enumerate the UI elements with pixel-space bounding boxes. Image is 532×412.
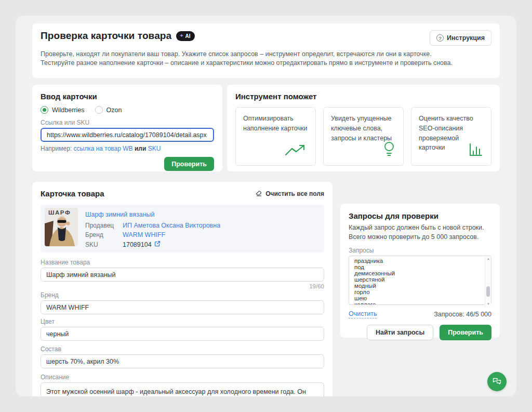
bar-chart-icon xyxy=(468,142,483,160)
eraser-icon xyxy=(255,189,262,198)
trend-up-icon xyxy=(284,143,307,160)
ai-badge-label: AI xyxy=(185,33,191,39)
header-description-1: Проверьте, находят ли покупатели ваш тов… xyxy=(41,50,491,59)
description-textarea[interactable]: Этот мужской осенний шарф - идеальный ак… xyxy=(41,382,324,396)
scrollbar-down-arrow[interactable]: ▼ xyxy=(485,302,491,306)
color-field-input[interactable] xyxy=(41,327,324,341)
benefit-optimize-text: Оптимизировать наполнение карточки xyxy=(243,115,307,132)
ai-badge: ✦ AI xyxy=(176,31,194,41)
clear-queries-link[interactable]: Очистить xyxy=(349,310,377,318)
clear-all-label: Очистить все поля xyxy=(265,190,324,197)
product-info-block: ШАРФ Шарф зимний вязаный xyxy=(41,205,324,252)
chat-icon xyxy=(493,377,501,387)
queries-label: Запросы xyxy=(349,247,491,254)
scrollbar-up-arrow[interactable]: ▲ xyxy=(485,257,491,261)
brand-field-input[interactable] xyxy=(41,300,324,314)
description-field-label: Описание xyxy=(41,374,324,381)
header-description-2: Тестируйте разное наполнение карточки – … xyxy=(41,59,491,68)
lightbulb-icon xyxy=(383,141,395,160)
benefit-optimize: Оптимизировать наполнение карточки xyxy=(235,107,316,166)
radio-ozon-label: Ozon xyxy=(107,107,122,114)
chat-fab-button[interactable] xyxy=(487,372,507,391)
clear-all-fields-button[interactable]: Очистить все поля xyxy=(255,189,324,198)
composition-field-input[interactable] xyxy=(41,354,324,368)
queries-counter: Запросов: 46/5 000 xyxy=(434,311,491,318)
tool-benefits-section: Инструмент поможет Оптимизировать наполн… xyxy=(227,85,500,171)
header-card: Проверка карточки товара ✦ AI ? Инструкц… xyxy=(32,23,500,78)
radio-unselected-icon[interactable] xyxy=(95,106,103,114)
hint-prefix: Например: xyxy=(41,145,72,152)
queries-title: Запросы для проверки xyxy=(349,211,491,220)
question-icon: ? xyxy=(436,34,444,42)
benefit-seo: Оценить качество SEO-описания проверяемо… xyxy=(411,107,491,166)
radio-ozon[interactable]: Ozon xyxy=(95,106,122,114)
sparkle-icon: ✦ xyxy=(179,33,183,38)
benefit-seo-text: Оценить качество SEO-описания проверяемо… xyxy=(419,115,473,151)
name-field-input[interactable] xyxy=(41,268,324,282)
card-input-title: Ввод карточки xyxy=(41,92,214,101)
instruction-button[interactable]: ? Инструкция xyxy=(430,30,491,46)
content-panel: Проверка карточки товара ✦ AI ? Инструкц… xyxy=(16,16,516,396)
hint-or: или xyxy=(135,145,146,152)
scrollbar-thumb[interactable] xyxy=(486,286,490,297)
name-counter: 19/60 xyxy=(41,283,324,289)
radio-wildberries[interactable]: Wildberries xyxy=(41,106,85,114)
product-card-title: Карточка товара xyxy=(41,189,104,198)
queries-section: Запросы для проверки Каждый запрос долже… xyxy=(340,204,500,338)
external-link-icon[interactable] xyxy=(154,240,161,250)
product-image: ШАРФ xyxy=(45,208,78,246)
link-sku-input[interactable] xyxy=(41,128,214,142)
seller-label: Продавец xyxy=(85,221,123,231)
tool-benefits-title: Инструмент поможет xyxy=(235,92,491,101)
radio-selected-icon[interactable] xyxy=(41,106,48,114)
composition-field-label: Состав xyxy=(41,345,324,353)
card-input-section: Ввод карточки Wildberries Ozon Ссылка ил… xyxy=(32,85,222,171)
hint-sku-link[interactable]: SKU xyxy=(148,145,161,152)
check-queries-button[interactable]: Проверить xyxy=(440,325,491,340)
sku-value: 17089104 xyxy=(123,240,152,250)
product-name-link[interactable]: Шарф зимний вязаный xyxy=(85,210,155,220)
check-card-button[interactable]: Проверить xyxy=(164,157,214,171)
benefit-keywords-text: Увидеть упущенные ключевые слова, запрос… xyxy=(331,115,392,142)
queries-textarea[interactable] xyxy=(349,256,491,305)
brand-field-label: Бренд xyxy=(41,291,324,299)
svg-text:ШАРФ: ШАРФ xyxy=(48,209,71,216)
product-card-section: Карточка товара Очистить все поля xyxy=(32,182,332,396)
find-queries-button[interactable]: Найти запросы xyxy=(367,325,433,340)
brand-link[interactable]: WARM WHIFF xyxy=(123,230,165,240)
queries-scrollbar[interactable]: ▲ ▼ xyxy=(485,256,491,307)
benefit-keywords: Увидеть упущенные ключевые слова, запрос… xyxy=(323,107,404,166)
name-field-label: Название товара xyxy=(41,259,324,266)
instruction-label: Инструкция xyxy=(447,34,485,42)
radio-wildberries-label: Wildberries xyxy=(52,107,85,114)
queries-description: Каждый запрос должен быть с новой строки… xyxy=(349,223,491,242)
link-hint: Например: ссылка на товар WB или SKU xyxy=(41,145,214,152)
page: Проверка карточки товара ✦ AI ? Инструкц… xyxy=(0,0,532,412)
link-sku-label: Ссылка или SKU xyxy=(41,119,214,126)
brand-label: Бренд xyxy=(85,230,123,240)
sku-label: SKU xyxy=(85,240,123,250)
seller-link[interactable]: ИП Аметова Оксана Викторовна xyxy=(123,221,220,231)
hint-wb-link[interactable]: ссылка на товар WB xyxy=(74,145,133,152)
page-title: Проверка карточки товара xyxy=(41,30,171,42)
color-field-label: Цвет xyxy=(41,318,324,325)
